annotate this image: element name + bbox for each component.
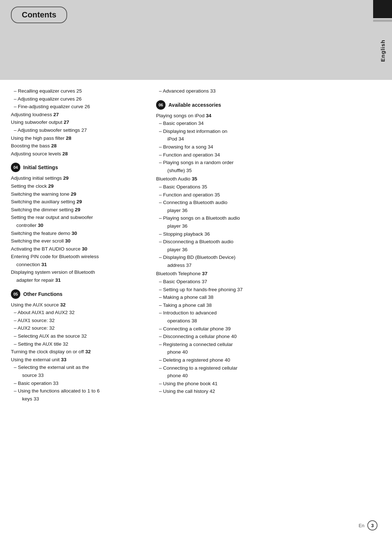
- list-item: Activating the BT AUDIO source 30: [11, 245, 145, 253]
- list-item: Using subwoofer output 27: [11, 118, 145, 126]
- section06-number: 06: [156, 100, 166, 110]
- section04-items: Adjusting initial settings 29 Setting th…: [11, 174, 145, 284]
- list-item: Switching the feature demo 30: [11, 229, 145, 237]
- list-item: – Fine-adjusting equalizer curve 26: [11, 103, 145, 111]
- top-banner: Contents English: [0, 0, 392, 80]
- list-item: – AUX2 source: 32: [11, 324, 145, 332]
- main-content: – Recalling equalizer curves 25 – Adjust…: [0, 80, 392, 414]
- section05-number: 05: [11, 289, 20, 299]
- list-item: – Stopping playback 36: [156, 230, 381, 238]
- bluetooth-telephone-subsection: Bluetooth Telephone 37 – Basic Operation…: [156, 270, 381, 395]
- list-item: Switching the dimmer setting 29: [11, 206, 145, 214]
- list-item: Bluetooth Telephone 37: [156, 270, 381, 278]
- section06-header: 06 Available accessories: [156, 100, 381, 110]
- list-item: – Connecting a cellular phone 39: [156, 325, 381, 333]
- list-item: – Setting up for hands-free phoning 37: [156, 286, 381, 294]
- list-item: – Displaying text information on iPod 34: [156, 127, 381, 143]
- section04-header: 04 Initial Settings: [11, 163, 145, 172]
- list-item: – Selecting the external unit as the sou…: [11, 363, 145, 379]
- list-item: – Displaying BD (Bluetooth Device) addre…: [156, 253, 381, 269]
- right-tab-english: English: [373, 22, 392, 80]
- list-item: Adjusting source levels 28: [11, 150, 145, 158]
- list-item: – Function and operation 35: [156, 191, 381, 199]
- list-item: – Adjusting equalizer curves 26: [11, 95, 145, 103]
- language-label: English: [380, 40, 386, 62]
- right-tab: English: [373, 0, 392, 80]
- right-column: – Advanced operations 33 06 Available ac…: [152, 87, 381, 403]
- list-item: Using the external unit 33: [11, 356, 145, 364]
- list-item: – Basic operation 34: [156, 119, 381, 127]
- section04-title: Initial Settings: [23, 164, 58, 170]
- ipod-subsection: Playing songs on iPod 34 – Basic operati…: [156, 112, 381, 175]
- list-item: – Registering a connected cellular phone…: [156, 341, 381, 356]
- list-item: – Recalling equalizer curves 25: [11, 87, 145, 95]
- list-item: Displaying system version of Bluetooth a…: [11, 268, 145, 284]
- list-item: Adjusting loudness 27: [11, 111, 145, 119]
- list-item: – Function and operation 34: [156, 151, 381, 159]
- list-item: – Basic operation 33: [11, 379, 145, 387]
- contents-box: Contents: [11, 7, 67, 23]
- list-item: – Using the phone book 41: [156, 380, 381, 388]
- list-item: Entering PIN code for Bluetooth wireless…: [11, 253, 145, 268]
- list-item: – Deleting a registered phone 40: [156, 356, 381, 364]
- list-item: – Introduction to advanced operations 38: [156, 309, 381, 325]
- list-item: – Connecting a Bluetooth audio player 36: [156, 199, 381, 214]
- list-item: – Using the functions allocated to 1 to …: [11, 387, 145, 403]
- list-item: – Using the call history 42: [156, 387, 381, 395]
- section05-header: 05 Other Functions: [11, 289, 145, 299]
- list-item: Using the high pass filter 28: [11, 134, 145, 142]
- list-item: – Browsing for a song 34: [156, 143, 381, 151]
- list-item: – Disconnecting a cellular phone 40: [156, 333, 381, 341]
- list-item: – Adjusting subwoofer settings 27: [11, 126, 145, 134]
- list-item: – Setting the AUX title 32: [11, 340, 145, 348]
- right-tab-black: [373, 0, 392, 18]
- list-item: Turning the clock display on or off 32: [11, 348, 145, 356]
- list-item: – Disconnecting a Bluetooth audio player…: [156, 238, 381, 253]
- list-item: – Playing songs in a random order (shuff…: [156, 159, 381, 174]
- list-item: Switching the ever scroll 30: [11, 237, 145, 245]
- list-item: – Advanced operations 33: [156, 87, 381, 95]
- pre-items-left: – Recalling equalizer curves 25 – Adjust…: [11, 87, 145, 158]
- list-item: – Playing songs on a Bluetooth audio pla…: [156, 214, 381, 230]
- bluetooth-audio-subsection: Bluetooth Audio 35 – Basic Operations 35…: [156, 175, 381, 269]
- footer-en-label: En: [359, 523, 364, 528]
- list-item: Playing songs on iPod 34: [156, 112, 381, 120]
- list-item: Switching the warning tone 29: [11, 190, 145, 198]
- list-item: – Connecting to a registered cellular ph…: [156, 364, 381, 380]
- list-item: Setting the rear output and subwoofer co…: [11, 213, 145, 229]
- contents-title: Contents: [22, 10, 56, 19]
- list-item: – Basic Operations 35: [156, 183, 381, 191]
- section06-title: Available accessories: [168, 102, 221, 108]
- list-item: Boosting the bass 28: [11, 142, 145, 150]
- section05-items: Using the AUX source 32 – About AUX1 and…: [11, 301, 145, 403]
- section04-number: 04: [11, 163, 20, 172]
- left-column: – Recalling equalizer curves 25 – Adjust…: [11, 87, 152, 403]
- footer-page-number: 3: [367, 520, 377, 530]
- list-item: – Taking a phone call 38: [156, 301, 381, 309]
- footer: En 3: [359, 520, 377, 530]
- list-item: Bluetooth Audio 35: [156, 175, 381, 183]
- list-item: Using the AUX source 32: [11, 301, 145, 309]
- list-item: – About AUX1 and AUX2 32: [11, 309, 145, 317]
- list-item: – AUX1 source: 32: [11, 317, 145, 325]
- section05-title: Other Functions: [23, 291, 62, 297]
- pre-items-right: – Advanced operations 33: [156, 87, 381, 95]
- list-item: – Selecting AUX as the source 32: [11, 332, 145, 340]
- list-item: Adjusting initial settings 29: [11, 174, 145, 182]
- list-item: – Making a phone call 38: [156, 293, 381, 301]
- list-item: Switching the auxiliary setting 29: [11, 198, 145, 206]
- list-item: Setting the clock 29: [11, 182, 145, 190]
- list-item: – Basic Operations 37: [156, 278, 381, 286]
